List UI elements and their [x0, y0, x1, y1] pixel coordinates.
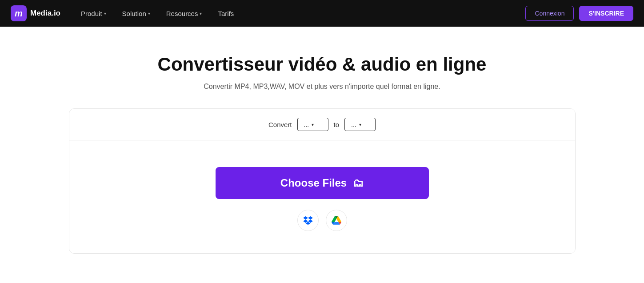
chevron-down-icon: ▾ [359, 122, 361, 127]
chevron-down-icon: ▾ [148, 11, 150, 16]
google-drive-button[interactable] [326, 210, 347, 231]
upload-area: Choose Files 🗂 [69, 140, 575, 253]
convert-label: Convert [268, 121, 292, 128]
brand-name: Media.io [30, 9, 60, 18]
chevron-down-icon: ▾ [104, 11, 106, 16]
from-format-select[interactable]: ... ▾ [297, 118, 328, 131]
nav-menu: Produit ▾ Solution ▾ Resources ▾ Tarifs [75, 6, 525, 21]
hero-title: Convertisseur vidéo & audio en ligne [9, 53, 635, 76]
sinscrire-button[interactable]: S'INSCRIRE [579, 6, 633, 21]
hero-subtitle: Convertir MP4, MP3,WAV, MOV et plus vers… [9, 83, 635, 91]
google-drive-icon [332, 215, 341, 225]
brand[interactable]: m Media.io [11, 5, 60, 21]
dropbox-button[interactable] [297, 210, 319, 231]
connexion-button[interactable]: Connexion [525, 6, 574, 21]
navbar-actions: Connexion S'INSCRIRE [525, 6, 633, 21]
hero-section: Convertisseur vidéo & audio en ligne Con… [0, 27, 644, 108]
cloud-storage-icons [297, 210, 347, 231]
dropbox-icon [303, 215, 313, 225]
converter-top-bar: Convert ... ▾ to ... ▾ [69, 109, 575, 140]
nav-item-resources[interactable]: Resources ▾ [160, 6, 208, 21]
nav-item-solution[interactable]: Solution ▾ [116, 6, 156, 21]
to-label: to [334, 121, 340, 128]
chevron-down-icon: ▾ [312, 122, 314, 127]
nav-item-tarifs[interactable]: Tarifs [212, 6, 240, 21]
chevron-down-icon: ▾ [200, 11, 202, 16]
brand-logo-icon: m [11, 5, 27, 21]
converter-box: Convert ... ▾ to ... ▾ Choose Files 🗂 [69, 108, 576, 254]
folder-icon: 🗂 [353, 177, 364, 189]
nav-item-produit[interactable]: Produit ▾ [75, 6, 112, 21]
to-format-select[interactable]: ... ▾ [344, 118, 376, 131]
choose-files-button[interactable]: Choose Files 🗂 [216, 167, 429, 199]
navbar: m Media.io Produit ▾ Solution ▾ Resource… [0, 0, 644, 27]
